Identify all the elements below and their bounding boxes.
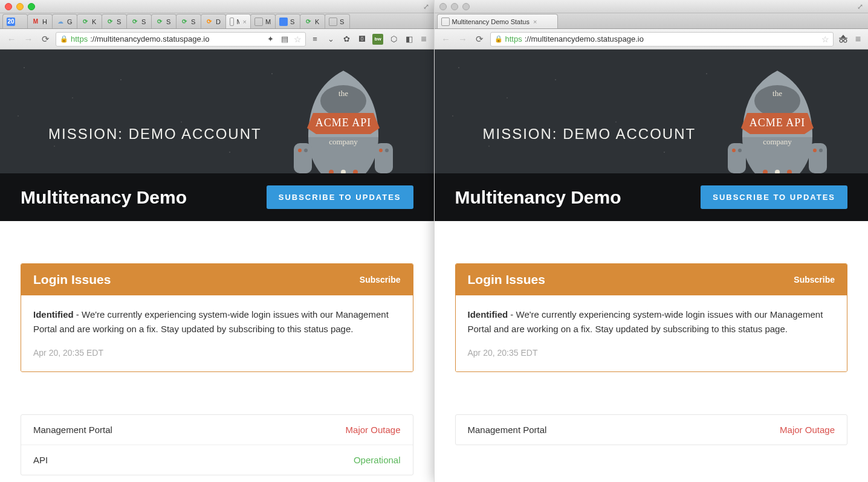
extension-icon[interactable]: ◧ [404, 34, 415, 45]
page-favicon [254, 18, 263, 26]
incident-subscribe-link[interactable]: Subscribe [794, 275, 835, 284]
browser-tab[interactable]: 20 [2, 14, 28, 28]
incident-message: - We're currently experiencing system-wi… [468, 309, 823, 334]
close-tab-icon[interactable]: × [243, 18, 247, 25]
hero-tagline: MISSION: DEMO ACCOUNT [483, 126, 696, 143]
svg-point-15 [840, 39, 843, 42]
close-tab-icon[interactable]: × [533, 18, 537, 25]
extension-icon[interactable]: bw [372, 34, 383, 45]
extension-icon[interactable]: 🅾 [357, 34, 368, 45]
titlebar[interactable]: ⤢ [0, 0, 434, 13]
tab-label: H [42, 18, 47, 25]
components-list: Management PortalMajor Outage [455, 414, 848, 445]
tab-label: S [166, 18, 170, 25]
subscribe-updates-button[interactable]: SUBSCRIBE TO UPDATES [701, 185, 847, 209]
browser-tab[interactable]: ⟳S [151, 14, 177, 28]
component-status: Major Outage [346, 425, 401, 435]
tab-label: M [236, 18, 239, 25]
browser-tab[interactable]: ⟳K [300, 14, 325, 28]
page-favicon [441, 18, 450, 26]
extension-icon[interactable]: ⬡ [388, 34, 399, 45]
svg-point-10 [385, 149, 389, 152]
chrome-menu-button[interactable]: ≡ [853, 34, 863, 45]
browser-tab[interactable]: S [325, 14, 350, 28]
tab-title: Multitenancy Demo Status [452, 18, 530, 25]
extension-icon[interactable]: ≡ [309, 34, 320, 45]
svg-point-27 [813, 149, 817, 152]
browser-tab[interactable]: MH [27, 14, 53, 28]
address-bar[interactable]: 🔒 https://multitenancydemo.statuspage.io… [56, 32, 306, 47]
component-name: API [33, 455, 48, 465]
chrome-menu-button[interactable]: ≡ [418, 34, 429, 45]
tab-label: S [340, 18, 344, 25]
extension-icon[interactable]: ✿ [341, 34, 352, 45]
browser-tab[interactable]: S [275, 14, 300, 28]
fullscreen-icon[interactable]: ⤢ [857, 2, 863, 11]
svg-point-26 [738, 149, 742, 152]
close-window-button[interactable] [5, 3, 12, 10]
component-row: APIOperational [21, 445, 413, 475]
browser-tab[interactable]: ⟳D [201, 14, 226, 28]
incident-message: - We're currently experiencing system-wi… [33, 309, 389, 334]
minimize-window-button[interactable] [16, 3, 24, 10]
browser-tab[interactable]: ☁G [52, 14, 77, 28]
incident-title: Login Issues [33, 272, 111, 287]
component-status: Major Outage [780, 425, 835, 435]
incident-status-label: Identified [468, 309, 508, 320]
extension-icon[interactable]: ▤ [279, 34, 290, 45]
forward-button[interactable]: → [456, 33, 470, 46]
incident-header: Login Issues Subscribe [456, 264, 847, 295]
close-window-button[interactable] [439, 3, 447, 10]
tab-label: S [191, 18, 195, 25]
component-row: Management PortalMajor Outage [21, 415, 413, 445]
browser-tab[interactable]: M [250, 14, 276, 28]
maximize-window-button[interactable] [462, 3, 470, 10]
app-favicon: ⟳ [304, 18, 313, 26]
incident-card: Login Issues Subscribe Identified - We'r… [455, 263, 848, 372]
hero-tagline: MISSION: DEMO ACCOUNT [48, 126, 262, 143]
maximize-window-button[interactable] [28, 3, 35, 10]
browser-tab[interactable]: ⟳K [77, 14, 102, 28]
extension-icon[interactable]: ⌄ [325, 34, 336, 45]
back-button[interactable]: ← [439, 33, 453, 46]
lock-icon: 🔒 [494, 35, 503, 43]
svg-text:company: company [763, 137, 792, 146]
bookmark-star-icon[interactable]: ☆ [821, 34, 829, 44]
svg-point-16 [843, 39, 846, 42]
url-host: ://multitenancydemo.statuspage.io [90, 34, 209, 43]
svg-point-8 [304, 149, 308, 152]
svg-rect-5 [294, 143, 312, 173]
app-favicon: ⟳ [131, 18, 139, 26]
reload-button[interactable]: ⟳ [473, 33, 487, 46]
browser-tab[interactable]: ⟳S [176, 14, 201, 28]
browser-tab[interactable]: ⟳S [126, 14, 152, 28]
page-header: Multitenancy Demo SUBSCRIBE TO UPDATES [0, 173, 434, 221]
tab-label: S [141, 18, 146, 25]
app-favicon: ⟳ [81, 18, 89, 26]
minimize-window-button[interactable] [451, 3, 458, 10]
browser-tab[interactable]: M× [225, 14, 251, 28]
browser-tab[interactable]: Multitenancy Demo Status × [437, 14, 558, 28]
svg-point-28 [819, 149, 823, 152]
extension-icon[interactable]: ✦ [265, 34, 276, 45]
browser-tab[interactable]: ⟳S [102, 14, 127, 28]
incident-status-label: Identified [33, 309, 74, 320]
fullscreen-icon[interactable]: ⤢ [423, 2, 429, 11]
component-name: Management Portal [468, 425, 547, 435]
svg-text:the: the [338, 89, 348, 98]
titlebar[interactable]: ⤢ [435, 0, 869, 13]
page-viewport: MISSION: DEMO ACCOUNT the ACME API compa… [435, 50, 869, 482]
components-list: Management PortalMajor OutageAPIOperatio… [21, 414, 413, 475]
bookmark-star-icon[interactable]: ☆ [294, 34, 302, 44]
url-host: ://multitenancydemo.statuspage.io [525, 34, 644, 43]
forward-button[interactable]: → [22, 33, 35, 46]
back-button[interactable]: ← [5, 33, 18, 46]
calendar-favicon: 20 [7, 18, 15, 26]
hero-banner: MISSION: DEMO ACCOUNT the ACME API compa… [0, 50, 434, 173]
incident-body: Identified - We're currently experiencin… [456, 295, 847, 371]
incident-subscribe-link[interactable]: Subscribe [360, 275, 401, 284]
hero-banner: MISSION: DEMO ACCOUNT the ACME API compa… [435, 50, 869, 173]
address-bar[interactable]: 🔒 https://multitenancydemo.statuspage.io… [490, 32, 834, 47]
subscribe-updates-button[interactable]: SUBSCRIBE TO UPDATES [267, 185, 413, 209]
reload-button[interactable]: ⟳ [39, 33, 52, 46]
